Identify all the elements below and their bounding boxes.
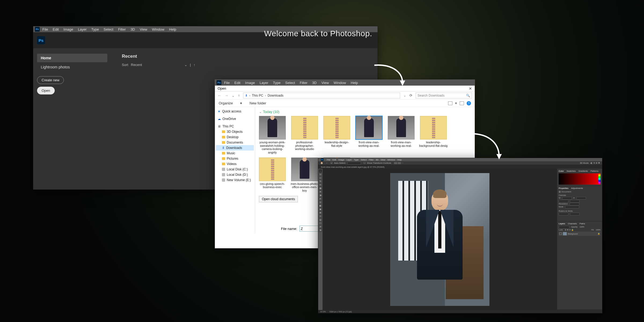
nav-music[interactable]: Music xyxy=(216,151,254,156)
tool-button[interactable]: Q xyxy=(319,218,322,221)
nav-onedrive[interactable]: ☁OneDrive xyxy=(216,116,254,122)
search-input[interactable]: Search Downloads 🔍 xyxy=(416,93,472,98)
document-tab[interactable]: front-view-man-working-as-real-estate-ag… xyxy=(318,165,602,169)
view-thumbnails-icon[interactable] xyxy=(448,101,452,105)
tool-button[interactable]: ⬚ xyxy=(319,222,322,225)
layer-background[interactable]: Background 🔒 xyxy=(559,232,601,236)
tool-button[interactable]: ▤ xyxy=(319,187,322,190)
back-icon[interactable]: ← xyxy=(218,93,221,98)
tool-button[interactable]: ▭ xyxy=(319,173,322,176)
create-new-button[interactable]: Create new xyxy=(37,76,64,84)
menu-image[interactable]: Image xyxy=(245,81,255,85)
zoom-value[interactable]: 67.5% xyxy=(320,311,326,313)
3d-mode-group[interactable]: 3D Mode: ◐ ⟲ ⊕ ✥ xyxy=(580,162,600,164)
file-item[interactable]: ceo-giving-speech-business-exec xyxy=(258,158,287,192)
tool-button[interactable]: ↺ xyxy=(319,225,322,228)
menu-file[interactable]: File xyxy=(224,81,230,85)
organize-button[interactable]: Organize ▾ xyxy=(219,101,242,105)
menu-view[interactable]: View xyxy=(321,81,329,85)
menu-help[interactable]: Help xyxy=(169,27,176,31)
open-cloud-button[interactable]: Open cloud documents xyxy=(259,196,298,202)
canvas[interactable] xyxy=(323,169,557,310)
res-field[interactable] xyxy=(570,203,579,205)
tool-button[interactable]: ✎ xyxy=(319,180,322,183)
tab-channels[interactable]: Channels xyxy=(568,222,577,225)
breadcrumb-pc[interactable]: This PC xyxy=(252,94,264,97)
sidebar-home[interactable]: Home xyxy=(37,54,107,62)
menu-view[interactable]: View xyxy=(381,159,385,161)
nav-e-drive[interactable]: New Volume (E:) xyxy=(216,177,254,183)
file-item[interactable]: professional-photographer-working-studio xyxy=(290,116,319,154)
tool-button[interactable]: ◑ xyxy=(319,194,322,197)
tab-color[interactable]: Color xyxy=(559,170,564,172)
sort-direction-icon[interactable]: ↑ xyxy=(193,63,195,67)
file-item[interactable]: front-view-man-working-as-real- xyxy=(354,116,383,154)
menu-window[interactable]: Window xyxy=(387,159,395,161)
nav-3d-objects[interactable]: 3D Objects xyxy=(216,129,254,134)
menu-filter[interactable]: Filter xyxy=(300,81,308,85)
tool-button[interactable]: T xyxy=(319,201,322,204)
nav-quick-access[interactable]: ★Quick access xyxy=(216,109,254,114)
color-ramp[interactable] xyxy=(559,173,601,185)
menu-help[interactable]: Help xyxy=(351,81,358,85)
menu-layer[interactable]: Layer xyxy=(259,81,268,85)
align-icons[interactable]: ▯▯▯ ▯▯▯ ⋯ xyxy=(394,162,404,164)
nav-downloads[interactable]: ⬇Downloads xyxy=(216,145,254,151)
menu-help[interactable]: Help xyxy=(397,159,401,161)
menu-3d[interactable]: 3D xyxy=(130,27,135,31)
breadcrumb-chevron-icon[interactable]: ⌄ xyxy=(403,93,406,97)
mode-field[interactable] xyxy=(565,206,579,208)
open-button[interactable]: Open xyxy=(37,87,55,94)
menu-image[interactable]: Image xyxy=(338,159,344,161)
new-folder-button[interactable]: New folder xyxy=(250,101,266,105)
close-icon[interactable]: ✕ xyxy=(469,86,472,91)
forward-icon[interactable]: → xyxy=(225,93,228,98)
filter-icon[interactable]: | xyxy=(190,63,191,67)
tab-paths[interactable]: Paths xyxy=(580,222,585,225)
show-transform-toggle[interactable]: ☐ Show Transform Controls xyxy=(364,162,391,164)
nav-videos[interactable]: Videos xyxy=(216,161,254,167)
file-item[interactable]: men-business-photo-office-women-men-boy xyxy=(290,158,319,192)
menu-window[interactable]: Window xyxy=(334,81,346,85)
tab-properties[interactable]: Properties xyxy=(559,187,568,189)
menu-layer[interactable]: Layer xyxy=(78,27,87,31)
menu-edit[interactable]: Edit xyxy=(53,27,59,31)
ruler-field[interactable] xyxy=(559,213,568,215)
menu-file[interactable]: File xyxy=(327,159,330,161)
history-chevron-icon[interactable]: ⌄ xyxy=(232,93,235,98)
refresh-icon[interactable]: ⟳ xyxy=(409,93,412,97)
menu-window[interactable]: Window xyxy=(152,27,164,31)
tool-button[interactable]: ✂ xyxy=(319,183,322,186)
menu-type[interactable]: Type xyxy=(354,159,358,161)
tab-swatches[interactable]: Swatches xyxy=(566,170,576,172)
tool-button[interactable]: ◧ xyxy=(319,204,322,207)
tool-button[interactable]: ⌗ xyxy=(319,215,322,218)
nav-this-pc[interactable]: 🖥This PC xyxy=(216,124,254,129)
nav-d-drive[interactable]: Local Disk (D:) xyxy=(216,172,254,177)
y-field[interactable] xyxy=(570,200,580,202)
file-item[interactable]: young-woman-pink-sweatshirt-holding-came… xyxy=(258,116,287,154)
menu-3d[interactable]: 3D xyxy=(376,159,378,161)
menu-select[interactable]: Select xyxy=(104,27,113,31)
home-icon[interactable]: 🏠 xyxy=(320,162,323,164)
tool-button[interactable]: ◉ xyxy=(319,208,322,211)
sidebar-lightroom[interactable]: Lightroom photos xyxy=(37,63,107,71)
menu-select[interactable]: Select xyxy=(285,81,295,85)
tool-button[interactable]: ◌ xyxy=(319,176,322,180)
menu-type[interactable]: Type xyxy=(273,81,280,85)
tool-button[interactable]: ⧉ xyxy=(319,229,322,232)
up-icon[interactable]: ↑ xyxy=(238,93,240,97)
tool-button[interactable]: ✦ xyxy=(319,190,322,193)
menu-edit[interactable]: Edit xyxy=(332,159,336,161)
auto-select-dropdown[interactable] xyxy=(347,162,361,164)
height-field[interactable] xyxy=(576,197,586,199)
tool-button[interactable]: ✐ xyxy=(319,197,322,200)
group-heading[interactable]: ⌄Today (10) xyxy=(259,110,472,114)
auto-select-group[interactable]: ☑ Auto-Select: xyxy=(331,162,361,164)
blend-mode-field[interactable] xyxy=(559,226,569,228)
breadcrumb-downloads[interactable]: Downloads xyxy=(268,94,283,97)
grid-field[interactable] xyxy=(570,213,580,215)
nav-documents[interactable]: Documents xyxy=(216,140,254,145)
menu-filter[interactable]: Filter xyxy=(118,27,126,31)
nav-pictures[interactable]: Pictures xyxy=(216,156,254,161)
